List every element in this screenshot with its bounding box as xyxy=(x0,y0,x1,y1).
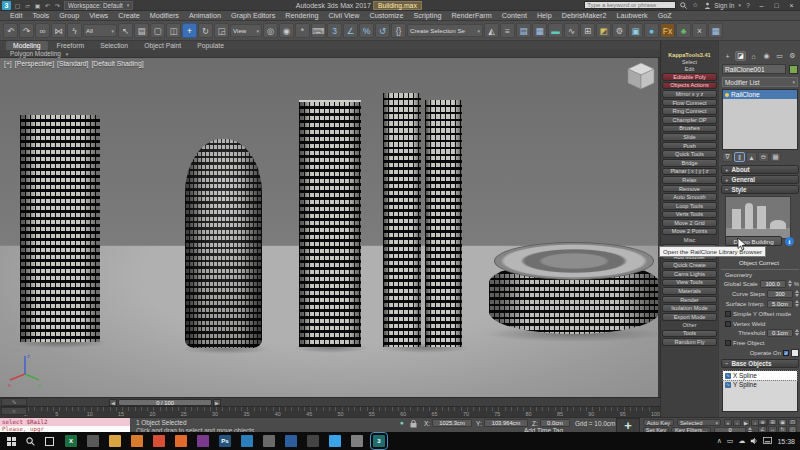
task-view-icon[interactable] xyxy=(41,433,57,449)
demo-building-button[interactable]: Demo Building xyxy=(725,236,782,246)
keyboard-override-icon[interactable]: ⌨ xyxy=(311,23,326,38)
utilities-tab[interactable]: ⚙ xyxy=(787,51,798,61)
selection-lock-icon[interactable] xyxy=(410,420,417,429)
base-objects-list[interactable]: ∿X Spline∿Y Spline xyxy=(722,370,798,412)
help-menu-icon[interactable]: ? xyxy=(743,1,753,10)
motion-tab[interactable]: ◉ xyxy=(761,51,772,61)
menu-edit[interactable]: Edit xyxy=(5,11,27,20)
angle-snap-icon[interactable]: ∠ xyxy=(343,23,358,38)
building-round-roof[interactable] xyxy=(494,242,654,280)
base-object-item[interactable]: ∿X Spline xyxy=(723,371,797,380)
kappa-export-mode[interactable]: Export Mode xyxy=(662,313,717,321)
rollout-base-objects[interactable]: − Base Objects xyxy=(721,359,799,368)
menu-civil-view[interactable]: Civil View xyxy=(323,11,364,20)
kappa-quick-tools[interactable]: Quick Tools xyxy=(662,150,717,158)
polygon-modeling-panel[interactable]: Polygon Modeling xyxy=(10,50,61,57)
vertex-weld-checkbox[interactable] xyxy=(725,321,731,327)
tab-modeling[interactable]: Modeling xyxy=(6,41,48,50)
taskbar-clock[interactable]: 15:38 xyxy=(777,438,795,445)
render-setup-icon[interactable]: ⚙ xyxy=(612,23,627,38)
menu-debrismaker2[interactable]: DebrisMaker2 xyxy=(557,11,612,20)
kappa-bridge[interactable]: Bridge xyxy=(662,159,717,167)
kappa-brushes[interactable]: Brushes xyxy=(662,125,717,133)
taskbar-app-icon[interactable] xyxy=(131,435,143,447)
redo-icon[interactable]: ↷ xyxy=(53,1,62,10)
tray-chevron-icon[interactable]: ∧ xyxy=(717,437,722,445)
kappa-push[interactable]: Push xyxy=(662,142,717,150)
create-tab[interactable]: + xyxy=(722,51,733,61)
align-icon[interactable]: ≡ xyxy=(500,23,515,38)
select-and-move-icon[interactable]: + xyxy=(182,23,197,38)
spinner-arrows[interactable] xyxy=(795,300,799,307)
rollout-general[interactable]: + General xyxy=(721,175,799,184)
threshold-field[interactable]: 0.1cm xyxy=(767,329,793,337)
zoom-extents-button[interactable]: ▣ xyxy=(778,419,787,426)
kappa-slide[interactable]: Slide xyxy=(662,133,717,141)
kappa-view-tools[interactable]: View Tools xyxy=(662,279,717,287)
time-configuration-shortcut-button[interactable]: ○ xyxy=(1,407,27,415)
make-unique-icon[interactable]: ▲ xyxy=(746,152,757,162)
menu-create[interactable]: Create xyxy=(113,11,145,20)
object-correct-button[interactable]: Object Correct xyxy=(729,258,789,267)
sign-in-button[interactable]: Sign In xyxy=(714,2,734,9)
render-production-icon[interactable]: ● xyxy=(644,23,659,38)
spinner-snap-icon[interactable]: ↺ xyxy=(375,23,390,38)
taskbar-app-icon[interactable] xyxy=(263,435,275,447)
y-coord-field[interactable]: 103.964cm xyxy=(484,419,528,427)
info-icon[interactable]: i xyxy=(785,237,794,246)
spinner-arrows[interactable] xyxy=(795,329,799,336)
fumefx-plugin-icon[interactable]: Fx xyxy=(660,23,675,38)
kappa-render[interactable]: Render xyxy=(662,296,717,304)
kappa-objects-actions[interactable]: Objects Actions xyxy=(662,82,717,90)
bind-to-spacewarp-icon[interactable]: ϟ xyxy=(67,23,82,38)
favorites-star-icon[interactable]: ☆ xyxy=(690,1,700,10)
time-slider-track[interactable]: ◀ 0 / 100 ▶ xyxy=(0,397,660,406)
modifier-list-dropdown[interactable]: Modifier List ▾ xyxy=(722,77,798,87)
rollout-style[interactable]: − Style xyxy=(721,185,799,194)
taskbar-app-icon[interactable] xyxy=(109,435,121,447)
kappa-quick-create[interactable]: Quick Create xyxy=(662,261,717,269)
operate-on-target-button[interactable] xyxy=(791,349,799,357)
ribbon-toggle-icon[interactable]: ▬ xyxy=(548,23,563,38)
perspective-viewport[interactable]: [+][Perspective][Standard][Default Shadi… xyxy=(0,58,660,397)
viewport-label-segment-3[interactable]: [Default Shading] xyxy=(91,60,143,67)
kappa-remove[interactable]: Remove xyxy=(662,185,717,193)
next-frame-arrow[interactable]: ▶ xyxy=(213,399,221,406)
tray-volume-icon[interactable] xyxy=(750,437,758,446)
tab-selection[interactable]: Selection xyxy=(93,41,135,50)
previous-frame-arrow[interactable]: ◀ xyxy=(109,399,117,406)
modifier-stack[interactable]: RailClone xyxy=(722,89,798,150)
window-crossing-toggle-icon[interactable]: ◫ xyxy=(166,23,181,38)
kappa-verts-tools[interactable]: Verts Tools xyxy=(662,211,717,219)
viewport-label-segment-0[interactable]: [+] xyxy=(4,60,12,67)
menu-animation[interactable]: Animation xyxy=(184,11,226,20)
kappa-ring-connect[interactable]: Ring Connect xyxy=(662,107,717,115)
curve-steps-field[interactable]: 300 xyxy=(767,290,793,298)
display-tab[interactable]: ▭ xyxy=(774,51,785,61)
material-editor-icon[interactable]: ◩ xyxy=(596,23,611,38)
tab-freeform[interactable]: Freeform xyxy=(50,41,92,50)
select-and-manipulate-icon[interactable]: * xyxy=(295,23,310,38)
tab-object-paint[interactable]: Object Paint xyxy=(137,41,188,50)
edit-named-selection-sets-icon[interactable]: {} xyxy=(391,23,406,38)
select-and-place-icon[interactable]: ◉ xyxy=(279,23,294,38)
building-twin-tower-right[interactable] xyxy=(425,100,462,347)
kappa-mirror-x-y-z[interactable]: Mirror x y z xyxy=(662,90,717,98)
kappa-cams-lights[interactable]: Cams Lights xyxy=(662,270,717,278)
kappa-materials[interactable]: Materials xyxy=(662,287,717,295)
new-scene-icon[interactable]: ▢ xyxy=(13,1,22,10)
kappa-planar-x-y-z[interactable]: Planar | x | y | z xyxy=(662,168,717,176)
selection-filter-dropdown[interactable]: All▾ xyxy=(83,24,117,37)
mirror-icon[interactable]: ◭ xyxy=(484,23,499,38)
maximize-button[interactable]: □ xyxy=(770,0,783,10)
play-button[interactable]: ▶ xyxy=(742,419,750,426)
taskbar-app-icon[interactable] xyxy=(153,435,165,447)
hierarchy-tab[interactable]: ⌂ xyxy=(748,51,759,61)
base-object-item[interactable]: ∿Y Spline xyxy=(723,380,797,389)
object-color-swatch[interactable] xyxy=(789,65,798,74)
menu-content[interactable]: Content xyxy=(497,11,532,20)
show-end-result-icon[interactable]: ‖ xyxy=(734,152,745,162)
save-file-icon[interactable]: ▣ xyxy=(33,1,42,10)
select-and-scale-icon[interactable]: ◲ xyxy=(214,23,229,38)
auto-key-button[interactable]: Auto Key xyxy=(643,419,674,426)
